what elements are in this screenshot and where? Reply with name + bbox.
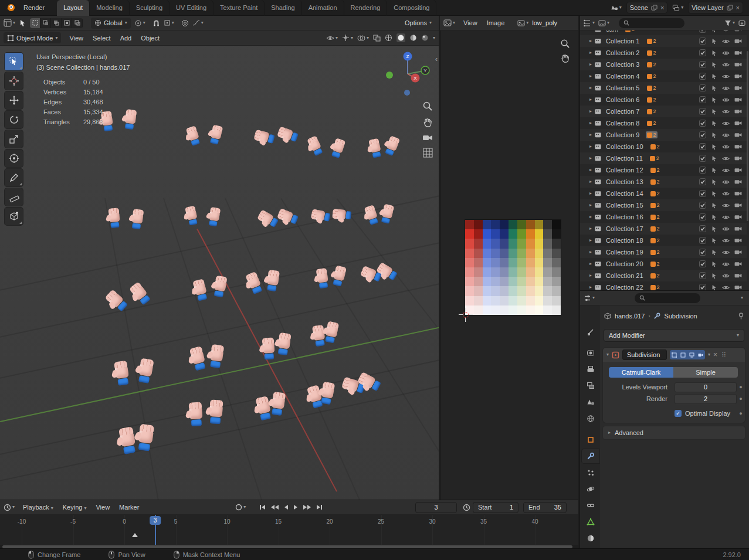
outliner-row[interactable]: ▸Collection 132 <box>580 176 747 188</box>
selectable-icon[interactable] <box>711 108 717 115</box>
shading-dropdown[interactable]: ▾ <box>433 36 435 40</box>
hand-object[interactable] <box>377 262 398 283</box>
expand-icon[interactable]: ▸ <box>589 285 592 290</box>
exclude-checkbox[interactable] <box>699 272 706 279</box>
disable-render-camera-icon[interactable] <box>734 214 742 220</box>
expand-icon[interactable]: ▸ <box>589 62 592 67</box>
mod-close-icon[interactable]: × <box>713 351 717 359</box>
hide-viewport-eye-icon[interactable] <box>722 85 730 91</box>
timeline-ruler[interactable]: -10-50510152025303540 3 <box>0 515 578 545</box>
selectable-icon[interactable] <box>711 62 717 68</box>
disable-render-camera-icon[interactable] <box>734 108 742 114</box>
outliner-row[interactable]: ▸Collection 182 <box>580 235 747 246</box>
mode-dropdown[interactable]: Object Mode▾ <box>4 32 61 43</box>
disable-render-camera-icon[interactable] <box>734 85 742 91</box>
expand-icon[interactable]: ▸ <box>589 179 592 184</box>
properties-options-dropdown[interactable]: ▾ <box>741 296 743 300</box>
selectable-icon[interactable] <box>711 155 717 162</box>
outliner-row[interactable]: ▸Collection 112 <box>580 152 747 164</box>
outliner-row[interactable]: ▸Collection 52 <box>580 82 747 94</box>
disable-render-camera-icon[interactable] <box>734 261 742 267</box>
selectable-icon[interactable] <box>711 202 717 209</box>
viewport-menu-add[interactable]: Add <box>116 33 137 43</box>
hide-viewport-eye-icon[interactable] <box>722 30 730 33</box>
outliner-row[interactable]: ▸Collection 92 <box>580 129 747 141</box>
tool-measure-button[interactable] <box>5 188 23 206</box>
collapse-icon[interactable]: ▾ <box>606 352 609 357</box>
render-levels-field[interactable]: 2 <box>675 394 737 404</box>
sidebar-toggle-icon[interactable]: ‹ <box>435 55 438 63</box>
render-toggle[interactable] <box>696 350 705 359</box>
optimal-display-checkbox[interactable]: ✓ <box>675 410 682 417</box>
exclude-checkbox[interactable] <box>699 38 706 45</box>
workspace-tab-modeling[interactable]: Modeling <box>90 0 130 16</box>
select-mode-subtract[interactable] <box>51 18 62 28</box>
modifier-name-field[interactable]: Subdivision <box>622 349 667 360</box>
disable-render-camera-icon[interactable] <box>734 50 742 56</box>
physics-tab[interactable] <box>582 482 599 496</box>
exclude-checkbox[interactable] <box>699 155 706 162</box>
selectable-icon[interactable] <box>711 179 717 185</box>
remove-view-layer-icon[interactable]: × <box>736 4 740 11</box>
data-tab[interactable] <box>582 515 599 529</box>
modifiers-tab[interactable] <box>582 449 599 463</box>
select-mode-new[interactable] <box>30 18 40 28</box>
menu-render[interactable]: Render <box>19 2 51 13</box>
tool-transform-button[interactable] <box>5 150 23 167</box>
selectable-icon[interactable] <box>711 85 717 91</box>
playhead[interactable]: 3 <box>155 515 156 545</box>
animate-dot[interactable]: ● <box>737 396 745 402</box>
outliner-row[interactable]: ▸Collection 22 <box>580 47 747 59</box>
workspace-tab-uv-editing[interactable]: UV Editing <box>170 0 213 16</box>
snap-settings-dropdown[interactable]: ▾ <box>164 19 174 26</box>
selectable-icon[interactable] <box>711 132 717 138</box>
selectable-icon[interactable] <box>711 273 717 279</box>
select-mode-extend[interactable] <box>40 18 51 28</box>
hand-object[interactable] <box>334 208 352 221</box>
image-menu-view[interactable]: View <box>459 18 482 28</box>
expand-icon[interactable]: ▸ <box>589 30 592 32</box>
hide-viewport-eye-icon[interactable] <box>722 249 730 256</box>
disable-render-camera-icon[interactable] <box>734 97 742 103</box>
disable-render-camera-icon[interactable] <box>734 273 742 279</box>
hand-object[interactable] <box>208 126 224 145</box>
exclude-checkbox[interactable] <box>699 61 706 68</box>
pan-hand-icon[interactable] <box>560 53 570 63</box>
hand-object[interactable] <box>135 426 155 452</box>
selectable-icon[interactable] <box>711 261 717 267</box>
hide-viewport-eye-icon[interactable] <box>722 62 730 68</box>
zoom-icon[interactable] <box>422 101 433 111</box>
simple-button[interactable]: Simple <box>673 367 738 378</box>
constraints-tab[interactable] <box>582 498 599 513</box>
snap-magnet-icon[interactable] <box>152 19 160 27</box>
hand-object[interactable] <box>188 348 208 372</box>
disable-render-camera-icon[interactable] <box>734 249 742 255</box>
exclude-checkbox[interactable] <box>699 49 706 56</box>
exclude-checkbox[interactable] <box>699 202 706 209</box>
editor-type-image-icon[interactable]: ▾ <box>443 19 455 26</box>
selectable-icon[interactable] <box>711 284 717 291</box>
disable-render-camera-icon[interactable] <box>734 62 742 67</box>
hand-object[interactable] <box>307 137 325 157</box>
hide-viewport-eye-icon[interactable] <box>722 179 730 185</box>
workspace-tab-animation[interactable]: Animation <box>302 0 344 16</box>
hide-viewport-eye-icon[interactable] <box>722 50 730 56</box>
image-browse-icon[interactable]: ▾ <box>517 20 528 26</box>
hand-object[interactable] <box>123 110 138 130</box>
expand-icon[interactable]: ▸ <box>589 250 592 254</box>
hide-viewport-eye-icon[interactable] <box>722 120 730 127</box>
selectable-icon[interactable] <box>711 226 717 232</box>
next-keyframe-button[interactable] <box>301 504 313 511</box>
material-tab[interactable] <box>582 531 599 545</box>
view-layer-tab[interactable] <box>582 379 599 393</box>
timeline-menu-marker[interactable]: Marker <box>114 502 144 513</box>
selectable-icon[interactable] <box>711 73 717 80</box>
outliner-row[interactable]: ▸Collection 172 <box>580 223 747 235</box>
add-modifier-button[interactable]: Add Modifier ▾ <box>604 329 744 342</box>
navigation-gizmo[interactable]: Z Y X <box>380 49 434 103</box>
expand-icon[interactable]: ▸ <box>589 273 592 278</box>
selectable-icon[interactable] <box>711 214 717 220</box>
hide-viewport-eye-icon[interactable] <box>722 38 730 45</box>
shading-wireframe-icon[interactable] <box>385 34 392 42</box>
current-frame-field[interactable]: 3 <box>415 502 457 513</box>
